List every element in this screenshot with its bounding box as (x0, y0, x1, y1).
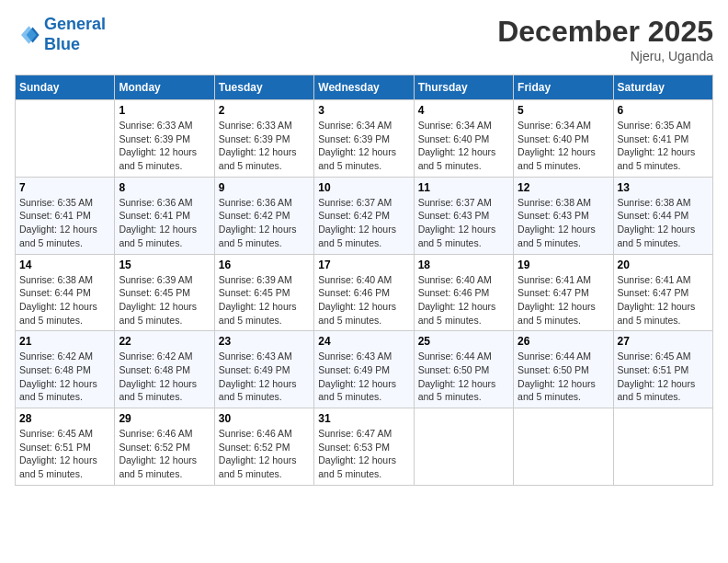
calendar-day-cell: 20Sunrise: 6:41 AMSunset: 6:47 PMDayligh… (613, 254, 712, 331)
calendar-day-cell: 4Sunrise: 6:34 AMSunset: 6:40 PMDaylight… (414, 100, 513, 178)
day-info: Sunrise: 6:41 AMSunset: 6:47 PMDaylight:… (518, 273, 609, 327)
calendar-day-cell: 22Sunrise: 6:42 AMSunset: 6:48 PMDayligh… (115, 331, 214, 408)
logo: General Blue (15, 15, 106, 54)
day-info: Sunrise: 6:38 AMSunset: 6:44 PMDaylight:… (618, 196, 709, 250)
day-info: Sunrise: 6:43 AMSunset: 6:49 PMDaylight:… (219, 350, 310, 404)
day-info: Sunrise: 6:43 AMSunset: 6:49 PMDaylight:… (318, 350, 409, 404)
day-info: Sunrise: 6:45 AMSunset: 6:51 PMDaylight:… (19, 427, 110, 481)
day-number: 26 (518, 335, 609, 348)
calendar-day-cell: 31Sunrise: 6:47 AMSunset: 6:53 PMDayligh… (314, 408, 414, 486)
calendar-day-cell: 3Sunrise: 6:34 AMSunset: 6:39 PMDaylight… (314, 100, 414, 178)
calendar-day-cell: 30Sunrise: 6:46 AMSunset: 6:52 PMDayligh… (214, 408, 313, 486)
calendar-day-cell (16, 100, 115, 178)
day-info: Sunrise: 6:34 AMSunset: 6:39 PMDaylight:… (318, 119, 409, 173)
calendar-day-cell (514, 408, 613, 486)
day-number: 9 (219, 181, 310, 194)
logo-icon (15, 22, 40, 48)
day-info: Sunrise: 6:36 AMSunset: 6:42 PMDaylight:… (219, 196, 310, 250)
calendar-day-cell: 26Sunrise: 6:44 AMSunset: 6:50 PMDayligh… (514, 331, 613, 408)
calendar-week-row: 7Sunrise: 6:35 AMSunset: 6:41 PMDaylight… (16, 177, 713, 254)
day-info: Sunrise: 6:37 AMSunset: 6:42 PMDaylight:… (318, 196, 409, 250)
day-number: 17 (318, 259, 409, 271)
month-title: December 2025 (497, 15, 713, 49)
calendar-day-cell: 12Sunrise: 6:38 AMSunset: 6:43 PMDayligh… (514, 177, 613, 254)
calendar-week-row: 14Sunrise: 6:38 AMSunset: 6:44 PMDayligh… (16, 254, 713, 331)
calendar-day-cell: 25Sunrise: 6:44 AMSunset: 6:50 PMDayligh… (414, 331, 513, 408)
day-info: Sunrise: 6:44 AMSunset: 6:50 PMDaylight:… (418, 350, 509, 404)
calendar-day-cell: 29Sunrise: 6:46 AMSunset: 6:52 PMDayligh… (115, 408, 214, 486)
day-info: Sunrise: 6:40 AMSunset: 6:46 PMDaylight:… (418, 273, 509, 327)
logo-text: General Blue (44, 15, 106, 54)
day-info: Sunrise: 6:36 AMSunset: 6:41 PMDaylight:… (119, 196, 210, 250)
logo-line1: General (44, 15, 106, 33)
day-info: Sunrise: 6:42 AMSunset: 6:48 PMDaylight:… (119, 350, 210, 404)
weekday-header-cell: Thursday (414, 75, 513, 100)
day-number: 19 (518, 259, 609, 271)
weekday-header-cell: Tuesday (214, 75, 313, 100)
day-number: 4 (418, 104, 509, 117)
calendar-day-cell: 7Sunrise: 6:35 AMSunset: 6:41 PMDaylight… (16, 177, 115, 254)
day-info: Sunrise: 6:37 AMSunset: 6:43 PMDaylight:… (418, 196, 509, 250)
day-number: 31 (318, 412, 409, 425)
day-info: Sunrise: 6:46 AMSunset: 6:52 PMDaylight:… (219, 427, 310, 481)
day-info: Sunrise: 6:42 AMSunset: 6:48 PMDaylight:… (19, 350, 110, 404)
calendar-day-cell (613, 408, 712, 486)
day-number: 11 (418, 181, 509, 194)
day-number: 20 (618, 259, 709, 271)
day-number: 21 (19, 335, 110, 348)
day-info: Sunrise: 6:44 AMSunset: 6:50 PMDaylight:… (518, 350, 609, 404)
weekday-header-cell: Friday (514, 75, 613, 100)
day-number: 15 (119, 259, 210, 271)
day-info: Sunrise: 6:33 AMSunset: 6:39 PMDaylight:… (119, 119, 210, 173)
calendar-day-cell: 16Sunrise: 6:39 AMSunset: 6:45 PMDayligh… (214, 254, 313, 331)
calendar-day-cell: 24Sunrise: 6:43 AMSunset: 6:49 PMDayligh… (314, 331, 414, 408)
day-info: Sunrise: 6:41 AMSunset: 6:47 PMDaylight:… (618, 273, 709, 327)
title-block: December 2025 Njeru, Uganda (497, 15, 713, 63)
calendar-day-cell: 6Sunrise: 6:35 AMSunset: 6:41 PMDaylight… (613, 100, 712, 178)
logo-line2: Blue (44, 35, 80, 53)
calendar-week-row: 28Sunrise: 6:45 AMSunset: 6:51 PMDayligh… (16, 408, 713, 486)
day-number: 14 (19, 259, 110, 271)
weekday-header-row: SundayMondayTuesdayWednesdayThursdayFrid… (16, 75, 713, 100)
calendar-day-cell: 23Sunrise: 6:43 AMSunset: 6:49 PMDayligh… (214, 331, 313, 408)
weekday-header-cell: Saturday (613, 75, 712, 100)
calendar-day-cell: 5Sunrise: 6:34 AMSunset: 6:40 PMDaylight… (514, 100, 613, 178)
day-number: 2 (219, 104, 310, 117)
day-info: Sunrise: 6:39 AMSunset: 6:45 PMDaylight:… (219, 273, 310, 327)
location: Njeru, Uganda (497, 49, 713, 63)
day-info: Sunrise: 6:35 AMSunset: 6:41 PMDaylight:… (618, 119, 709, 173)
day-number: 5 (518, 104, 609, 117)
calendar-week-row: 21Sunrise: 6:42 AMSunset: 6:48 PMDayligh… (16, 331, 713, 408)
svg-marker-1 (21, 26, 37, 44)
day-number: 8 (119, 181, 210, 194)
day-info: Sunrise: 6:34 AMSunset: 6:40 PMDaylight:… (418, 119, 509, 173)
day-info: Sunrise: 6:39 AMSunset: 6:45 PMDaylight:… (119, 273, 210, 327)
day-number: 22 (119, 335, 210, 348)
page-header: General Blue December 2025 Njeru, Uganda (15, 15, 713, 63)
day-info: Sunrise: 6:38 AMSunset: 6:44 PMDaylight:… (19, 273, 110, 327)
calendar-day-cell: 18Sunrise: 6:40 AMSunset: 6:46 PMDayligh… (414, 254, 513, 331)
day-info: Sunrise: 6:45 AMSunset: 6:51 PMDaylight:… (618, 350, 709, 404)
calendar-header: SundayMondayTuesdayWednesdayThursdayFrid… (16, 75, 713, 100)
calendar-day-cell: 9Sunrise: 6:36 AMSunset: 6:42 PMDaylight… (214, 177, 313, 254)
day-number: 18 (418, 259, 509, 271)
calendar-day-cell: 17Sunrise: 6:40 AMSunset: 6:46 PMDayligh… (314, 254, 414, 331)
calendar-day-cell: 8Sunrise: 6:36 AMSunset: 6:41 PMDaylight… (115, 177, 214, 254)
day-number: 27 (618, 335, 709, 348)
day-number: 13 (618, 181, 709, 194)
calendar-week-row: 1Sunrise: 6:33 AMSunset: 6:39 PMDaylight… (16, 100, 713, 178)
day-info: Sunrise: 6:47 AMSunset: 6:53 PMDaylight:… (318, 427, 409, 481)
day-number: 30 (219, 412, 310, 425)
day-number: 23 (219, 335, 310, 348)
day-number: 3 (318, 104, 409, 117)
calendar-day-cell: 11Sunrise: 6:37 AMSunset: 6:43 PMDayligh… (414, 177, 513, 254)
calendar-day-cell: 19Sunrise: 6:41 AMSunset: 6:47 PMDayligh… (514, 254, 613, 331)
day-info: Sunrise: 6:40 AMSunset: 6:46 PMDaylight:… (318, 273, 409, 327)
day-number: 29 (119, 412, 210, 425)
calendar-day-cell: 28Sunrise: 6:45 AMSunset: 6:51 PMDayligh… (16, 408, 115, 486)
day-info: Sunrise: 6:46 AMSunset: 6:52 PMDaylight:… (119, 427, 210, 481)
calendar-day-cell: 21Sunrise: 6:42 AMSunset: 6:48 PMDayligh… (16, 331, 115, 408)
day-number: 7 (19, 181, 110, 194)
calendar-day-cell (414, 408, 513, 486)
day-number: 6 (618, 104, 709, 117)
